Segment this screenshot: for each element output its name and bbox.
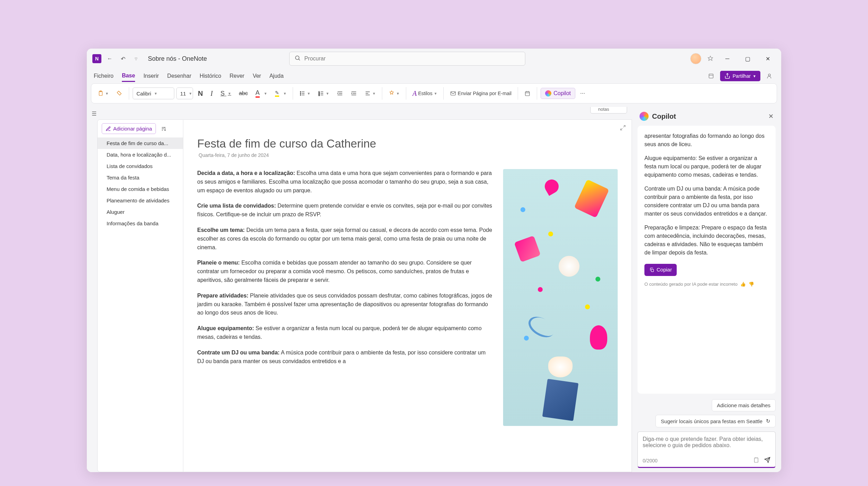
app-window: N ← ↶ ▽ Sobre nós - OneNote ─ ▢ ✕ Fichei… [87, 49, 781, 472]
meeting-button[interactable] [521, 86, 533, 100]
menu-desenhar[interactable]: Desenhar [167, 71, 191, 81]
suggestion-chip[interactable]: Adicione mais detalhes [712, 399, 776, 411]
menu-ver[interactable]: Ver [253, 71, 261, 81]
copilot-logo-icon [640, 112, 649, 121]
send-button[interactable] [764, 457, 770, 464]
onenote-icon: N [92, 54, 101, 63]
paste-button[interactable]: ▼ [95, 86, 111, 100]
refresh-icon[interactable]: ↻ [766, 418, 770, 424]
maximize-button[interactable]: ▢ [740, 53, 756, 64]
customize-qat-button[interactable]: ▽ [131, 54, 141, 64]
tag-button[interactable]: ▼ [386, 86, 402, 100]
svg-point-10 [300, 93, 301, 94]
sort-pages-button[interactable] [159, 124, 169, 134]
page-item[interactable]: Menu de comida e bebidas [98, 183, 183, 195]
copilot-close-button[interactable]: ✕ [768, 112, 774, 120]
add-page-button[interactable]: Adicionar página [102, 123, 156, 134]
page-list: Festa de fim de curso da...Data, hora e … [98, 137, 183, 472]
doc-text[interactable]: Decida a data, a hora e a localização: E… [197, 169, 493, 426]
more-button[interactable]: ⋯ [577, 86, 588, 100]
user-avatar[interactable] [690, 53, 701, 64]
strikethrough-button[interactable]: abc [236, 86, 251, 100]
copilot-message: apresentar fotografias do formando ao lo… [637, 126, 776, 394]
menu-inserir[interactable]: Inserir [143, 71, 159, 81]
page-item[interactable]: Aluguer [98, 206, 183, 218]
page-item[interactable]: Festa de fim de curso da... [98, 137, 183, 149]
search-input[interactable] [304, 56, 520, 62]
suggestion-chip[interactable]: Sugerir locais únicos para festas em Sea… [656, 415, 776, 427]
copy-button[interactable]: Copiar [644, 264, 677, 276]
suggestion-chips: Adicione mais detalhesSugerir locais úni… [637, 399, 776, 427]
svg-point-0 [295, 56, 299, 60]
thumbs-up-icon[interactable]: 👍 [740, 281, 746, 288]
copilot-input-box[interactable]: 0/2000 [637, 431, 776, 468]
back-button[interactable]: ← [105, 54, 115, 64]
svg-line-36 [624, 125, 625, 127]
email-page-button[interactable]: Enviar Página por E-mail [447, 86, 514, 100]
party-image [503, 169, 618, 426]
fullscreen-icon[interactable] [706, 71, 716, 81]
highlight-button[interactable]: ✎ ▼ [272, 86, 290, 100]
svg-line-37 [620, 128, 622, 130]
page-item[interactable]: Informações da banda [98, 218, 183, 229]
page-item[interactable]: Lista de convidados [98, 160, 183, 172]
expand-icon[interactable] [620, 125, 626, 132]
outdent-button[interactable] [334, 86, 346, 100]
close-button[interactable]: ✕ [760, 53, 776, 64]
numbering-button[interactable]: 123▼ [315, 86, 332, 100]
menu-bar: FicheiroBaseInserirDesenharHistóricoReve… [87, 69, 781, 83]
notebook-search[interactable]: Procurar blocos de notas ▽ [590, 107, 627, 114]
search-box[interactable] [289, 52, 525, 66]
menu-ajuda[interactable]: Ajuda [269, 71, 284, 81]
align-button[interactable]: ▼ [362, 86, 378, 100]
thumbs-down-icon[interactable]: 👎 [749, 281, 754, 288]
svg-point-5 [768, 74, 770, 76]
premium-icon[interactable] [706, 54, 715, 64]
bold-button[interactable]: N [195, 86, 206, 100]
hamburger-button[interactable]: ☰ [87, 107, 97, 472]
svg-rect-38 [651, 269, 654, 271]
svg-line-1 [299, 59, 300, 60]
content-area: ☰ Procurar blocos de notas ▽ Adicionar p… [87, 107, 781, 472]
svg-point-12 [300, 94, 301, 95]
page-item[interactable]: Data, hora e localização d... [98, 149, 183, 160]
font-size-select[interactable]: 11▼ [176, 87, 193, 99]
styles-button[interactable]: AEstilos▼ [410, 86, 440, 100]
svg-rect-39 [754, 458, 758, 462]
undo-button[interactable]: ↶ [118, 54, 128, 64]
page-item[interactable]: Planeamento de atividades [98, 195, 183, 206]
menu-base[interactable]: Base [122, 70, 135, 82]
font-name-select[interactable]: Calibri▼ [133, 87, 174, 99]
minimize-button[interactable]: ─ [719, 53, 735, 64]
copilot-textarea[interactable] [643, 436, 770, 455]
menu-ficheiro[interactable]: Ficheiro [94, 71, 114, 81]
window-title: Sobre nós - OneNote [148, 55, 207, 62]
svg-rect-2 [709, 74, 713, 78]
comments-icon[interactable] [765, 71, 774, 81]
copilot-panel: Copilot ✕ apresentar fotografias do form… [632, 107, 781, 472]
svg-rect-30 [525, 92, 529, 96]
prompt-guide-icon[interactable] [753, 457, 759, 464]
page-panel: Adicionar página Festa de fim de curso d… [97, 119, 183, 472]
page-title[interactable]: Festa de fim de curso da Catherine [197, 137, 618, 150]
underline-button[interactable]: S ▼ [218, 86, 234, 100]
search-icon [294, 55, 301, 62]
share-button[interactable]: Partilhar ▼ [720, 71, 760, 81]
titlebar: N ← ↶ ▽ Sobre nós - OneNote ─ ▢ ✕ [87, 49, 781, 69]
font-color-button[interactable]: A ▼ [253, 86, 270, 100]
format-painter-button[interactable] [114, 86, 125, 100]
canvas[interactable]: Festa de fim de curso da Catherine Quart… [183, 119, 632, 472]
svg-point-8 [300, 91, 301, 92]
menu-rever[interactable]: Rever [229, 71, 244, 81]
ribbon-toolbar: ▼ Calibri▼ 11▼ N I S ▼ abc A ▼ ✎ ▼ ▼ 123… [91, 83, 777, 103]
page-item[interactable]: Tema da festa [98, 172, 183, 183]
italic-button[interactable]: I [208, 86, 216, 100]
menu-histórico[interactable]: Histórico [200, 71, 221, 81]
indent-button[interactable] [348, 86, 360, 100]
page-date: Quarta-feira, 7 de junho de 2024 [197, 152, 618, 158]
copilot-title: Copilot [652, 112, 676, 120]
copilot-ribbon-button[interactable]: Copilot [541, 88, 575, 99]
bullets-button[interactable]: ▼ [297, 86, 313, 100]
svg-text:3: 3 [319, 94, 320, 96]
svg-rect-29 [451, 92, 456, 95]
